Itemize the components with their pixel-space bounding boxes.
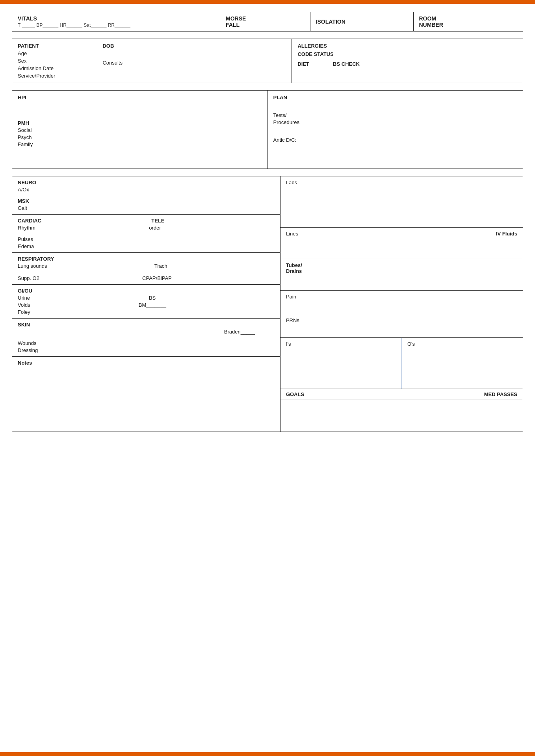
cardiac-label: CARDIAC <box>18 218 41 224</box>
social-label: Social <box>18 127 262 133</box>
bm-label: BM_______ <box>139 302 166 308</box>
hpi-right: PLAN Tests/ Procedures Antic D/C: <box>268 91 523 169</box>
tele-label: TELE <box>151 218 164 224</box>
antic-dc-label: Antic D/C: <box>273 137 297 143</box>
diet-label: DIET <box>297 61 309 67</box>
trach-label: Trach <box>154 263 167 269</box>
notes-label: Notes <box>18 360 275 366</box>
bottom-orange-bar <box>0 752 535 756</box>
code-status-label: CODE STATUS <box>297 51 333 57</box>
tests-label: Tests/ <box>273 112 518 118</box>
labs-block: Labs <box>281 176 523 228</box>
service-label: Service/Provider <box>18 73 55 79</box>
respiratory-block: RESPIRATORY Lung sounds Trach Supp. O2 C… <box>12 253 280 285</box>
morse-line1: MORSE <box>226 15 305 22</box>
tubes-block: Tubes/ Drains <box>281 259 523 291</box>
aox-label: A/Ox <box>18 187 275 193</box>
patient-left: PATIENT Age Sex Admission Date Service/P… <box>12 39 292 83</box>
consults-label: Consults <box>102 60 123 66</box>
msk-label: MSK <box>18 198 275 204</box>
morse-fall-cell: MORSE FALL <box>220 12 310 31</box>
isolation-label: ISOLATION <box>316 19 408 25</box>
med-passes-label: MED PASSES <box>484 391 517 397</box>
cardiac-block: CARDIAC TELE Rhythm order Pulses Edema <box>12 215 280 253</box>
psych-label: Psych <box>18 134 262 140</box>
plan-label: PLAN <box>273 94 287 100</box>
neuro-label: NEURO <box>18 180 275 185</box>
systems-right-col: Labs Lines IV Fluids Tubes/ Drains Pain <box>281 176 523 432</box>
notes-block: Notes <box>12 357 280 416</box>
systems-left-col: NEURO A/Ox MSK Gait CARDIAC TELE Rhythm … <box>12 176 281 432</box>
pulses-label: Pulses <box>18 236 275 242</box>
wounds-label: Wounds <box>18 340 275 346</box>
dressing-label: Dressing <box>18 347 275 353</box>
morse-line2: FALL <box>226 22 305 28</box>
os-label: O's <box>407 341 517 347</box>
family-label: Family <box>18 141 262 147</box>
room-line2: NUMBER <box>419 22 518 28</box>
patient-right: ALLERGIES CODE STATUS DIET BS CHECK <box>292 39 523 83</box>
goals-label: GOALS <box>286 391 304 397</box>
skin-block: SKIN Braden_____ Wounds Dressing <box>12 319 280 357</box>
supp-o2-label: Supp. O2 <box>18 275 39 281</box>
patient-section: PATIENT Age Sex Admission Date Service/P… <box>12 39 523 83</box>
rhythm-label: Rhythm <box>18 225 35 231</box>
os-col: O's <box>402 338 523 389</box>
pain-block: Pain <box>281 291 523 314</box>
bs-check-label: BS CHECK <box>333 61 360 67</box>
bs-label: BS <box>149 295 156 301</box>
drains-label: Drains <box>286 268 517 274</box>
isolation-cell: ISOLATION <box>310 12 414 31</box>
room-number-cell: ROOM NUMBER <box>414 12 523 31</box>
prns-label: PRNs <box>286 317 517 323</box>
lines-block: Lines IV Fluids <box>281 228 523 259</box>
gigu-label: GI/GU <box>18 288 275 294</box>
top-orange-bar <box>0 0 535 4</box>
labs-label: Labs <box>286 180 517 185</box>
is-col: I's <box>281 338 402 389</box>
edema-label: Edema <box>18 243 275 249</box>
allergies-label: ALLERGIES <box>297 43 517 49</box>
dob-label: DOB <box>102 43 123 49</box>
hpi-plan-section: HPI PMH Social Psych Family PLAN Tests/ … <box>12 90 523 169</box>
iv-fluids-label: IV Fluids <box>496 231 517 237</box>
vitals-sublabel: T _____ BP______ HR______ Sat______ RR__… <box>18 22 214 28</box>
procedures-label: Procedures <box>273 119 518 125</box>
respiratory-label: RESPIRATORY <box>18 256 54 262</box>
hpi-left: HPI PMH Social Psych Family <box>12 91 268 169</box>
vitals-cell: VITALS T _____ BP______ HR______ Sat____… <box>12 12 220 31</box>
gait-label: Gait <box>18 205 275 211</box>
age-label: Age <box>18 50 55 56</box>
lung-sounds-label: Lung sounds <box>18 263 47 269</box>
systems-section: NEURO A/Ox MSK Gait CARDIAC TELE Rhythm … <box>12 176 523 432</box>
vitals-section: VITALS T _____ BP______ HR______ Sat____… <box>12 12 523 32</box>
goals-block: GOALS MED PASSES <box>281 389 523 432</box>
room-line1: ROOM <box>419 15 518 22</box>
sex-label: Sex <box>18 58 55 64</box>
ios-block: I's O's <box>281 338 523 389</box>
urine-label: Urine <box>18 295 30 301</box>
skin-label: SKIN <box>18 322 275 328</box>
braden-label: Braden_____ <box>224 329 255 335</box>
prns-block: PRNs <box>281 314 523 338</box>
voids-label: Voids <box>18 302 30 308</box>
cpap-label: CPAP/BiPAP <box>142 275 172 281</box>
patient-label: PATIENT <box>18 43 55 49</box>
pmh-label: PMH <box>18 120 262 126</box>
admission-label: Admission Date <box>18 65 55 71</box>
vitals-label: VITALS <box>18 15 214 22</box>
pain-label: Pain <box>286 294 517 300</box>
foley-label: Foley <box>18 309 275 315</box>
tubes-label: Tubes/ <box>286 262 517 268</box>
order-label: order <box>149 225 161 231</box>
neuro-block: NEURO A/Ox MSK Gait <box>12 176 280 215</box>
lines-label: Lines <box>286 231 298 237</box>
gigu-block: GI/GU Urine BS Voids BM_______ Foley <box>12 285 280 319</box>
hpi-label: HPI <box>18 94 26 100</box>
is-label: I's <box>286 341 396 347</box>
